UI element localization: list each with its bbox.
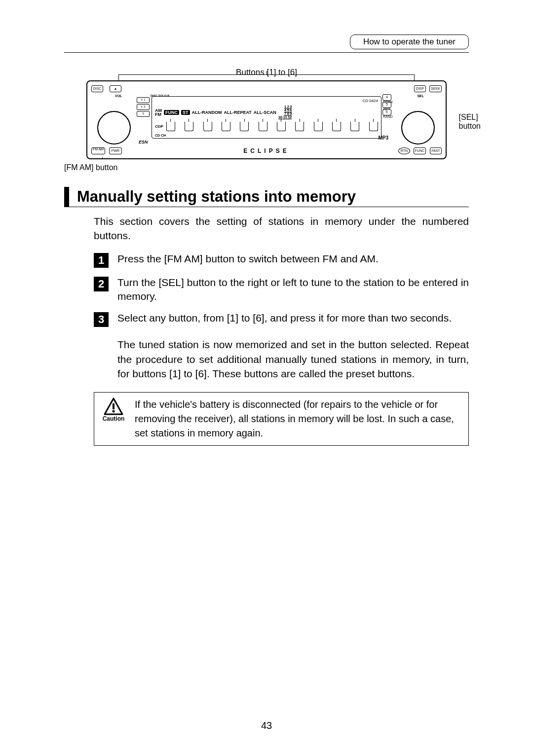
preset-6-rand[interactable]: 6 RAND xyxy=(382,109,391,115)
fast-button[interactable]: FAST xyxy=(430,147,442,154)
eject-button[interactable]: ▲ xyxy=(110,85,121,92)
vol-label: VOL xyxy=(115,94,122,98)
steps-list: 1 Press the [FM AM] button to switch bet… xyxy=(94,252,469,327)
lcd-all-repeat: ALL-REPEAT xyxy=(224,110,252,115)
stereo-face: DISC ▲ DISP SEEK VOL SEL ∧ 1 ∨ 2 3 DISC … xyxy=(86,80,447,159)
step-1: 1 Press the [FM AM] button to switch bet… xyxy=(94,252,469,268)
func-button[interactable]: FUNC xyxy=(414,147,426,154)
step-2: 2 Turn the [SEL] button to the right or … xyxy=(94,276,469,304)
disc-button[interactable]: DISC xyxy=(91,85,103,92)
preset-5-rpt[interactable]: 5 RPT xyxy=(382,102,391,108)
left-rocker-buttons: ∧ 1 ∨ 2 3 xyxy=(137,97,150,117)
section-heading: Manually setting stations into memory xyxy=(64,187,469,207)
fm-am-button[interactable]: FM AM xyxy=(91,147,105,154)
step-3-body: The tuned station is now memorized and s… xyxy=(117,337,469,381)
brand-label: ECLIPSE xyxy=(87,147,446,154)
lcd-st: ST xyxy=(181,110,190,115)
step-text-3: Select any button, from [1] to [6], and … xyxy=(117,311,452,325)
button-3[interactable]: 3 xyxy=(137,111,150,117)
lcd-func: FUNC xyxy=(164,110,179,115)
sel-knob[interactable] xyxy=(401,111,435,144)
lcd-cdp: CDP xyxy=(155,124,163,129)
lcd-display: CD 0424 AM FM FUNC ST ALL-RANDOM ALL-REP… xyxy=(152,96,381,139)
callout-sel-button: [SEL] button xyxy=(459,113,481,131)
caution-box: Caution If the vehicle's battery is disc… xyxy=(94,392,469,446)
lcd-cdch: CD CH xyxy=(155,134,378,137)
preset-buttons: 4 SCAN 5 RPT 6 RAND xyxy=(382,94,391,115)
lcd-nums-4: 10 11 12 xyxy=(278,116,292,119)
step-number-1: 1 xyxy=(94,253,109,268)
lcd-all-scan: ALL-SCAN xyxy=(254,110,276,115)
step-text-2: Turn the [SEL] button to the right or le… xyxy=(117,276,469,304)
lcd-all-random: ALL-RANDOM xyxy=(192,110,222,115)
section-intro: This section covers the setting of stati… xyxy=(94,214,469,243)
page-number: 43 xyxy=(0,720,533,731)
caution-text: If the vehicle's battery is disconnected… xyxy=(135,397,461,440)
volume-knob[interactable] xyxy=(97,111,131,144)
lcd-cd-text: CD 0424 xyxy=(362,99,378,103)
caution-icon: Caution xyxy=(101,397,126,422)
callout-fm-am-button: [FM AM] button xyxy=(64,163,469,172)
down-button[interactable]: ∨ 2 xyxy=(137,104,150,110)
svg-point-2 xyxy=(113,410,115,412)
step-number-3: 3 xyxy=(94,312,109,327)
disp-button[interactable]: DISP xyxy=(414,85,426,92)
step-text-1: Press the [FM AM] button to switch betwe… xyxy=(117,252,379,266)
step-3: 3 Select any button, from [1] to [6], an… xyxy=(94,311,469,327)
stereo-diagram: Buttons [1] to [6] DISC ▲ DISP SEEK VOL … xyxy=(64,68,469,172)
sel-label: SEL xyxy=(417,94,424,98)
pwr-button[interactable]: PWR xyxy=(109,147,122,154)
seek-button[interactable]: SEEK xyxy=(429,85,442,92)
up-button[interactable]: ∧ 1 xyxy=(137,97,150,103)
header-title: How to operate the tuner xyxy=(350,35,469,49)
esn-label: ESN xyxy=(139,140,148,144)
lcd-fm: FM xyxy=(155,112,162,116)
rtn-button[interactable]: RTN xyxy=(398,147,410,154)
page-header: How to operate the tuner xyxy=(64,35,469,53)
step-number-2: 2 xyxy=(94,277,109,291)
mp3-label: MP3 xyxy=(378,135,388,141)
preset-4-scan[interactable]: 4 SCAN xyxy=(382,94,391,101)
svg-rect-1 xyxy=(113,403,114,409)
caution-label: Caution xyxy=(103,415,125,422)
